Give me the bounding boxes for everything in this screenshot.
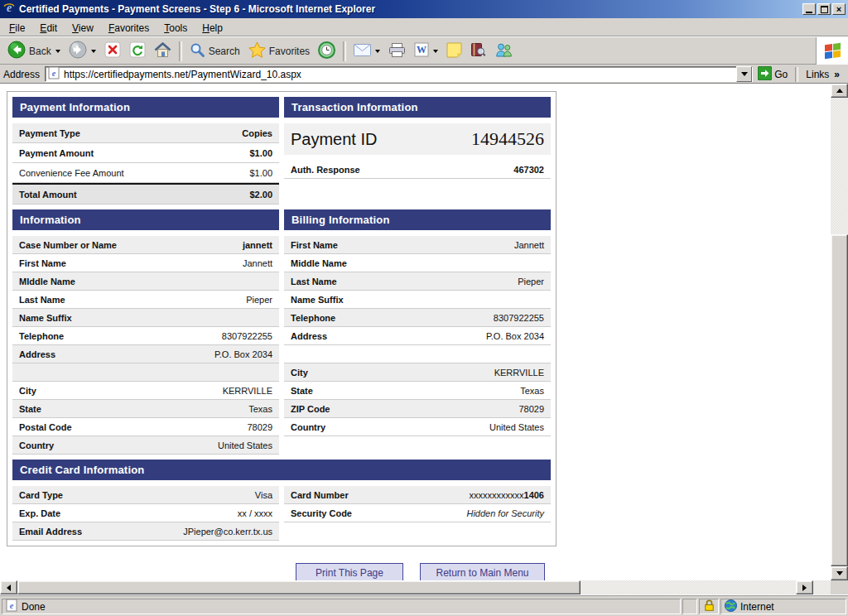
- transaction-information-table: Payment ID14944526Auth. Response467302: [284, 123, 551, 179]
- table-row: [12, 363, 279, 382]
- table-row: Convenience Fee Amount$1.00: [12, 163, 279, 183]
- scroll-down-button[interactable]: [831, 566, 848, 580]
- credit-card-right-table: Card Numberxxxxxxxxxxxx1406Security Code…: [284, 486, 551, 541]
- information-section: Information Case Number or NamejannettFi…: [12, 209, 279, 455]
- windows-flag-icon: [825, 43, 841, 60]
- table-row: Total Amount$2.00: [12, 183, 279, 205]
- horizontal-scrollbar[interactable]: [0, 580, 831, 594]
- transaction-information-header: Transaction Information: [284, 97, 551, 118]
- favorites-label: Favorites: [269, 46, 310, 57]
- toolbar-separator: [179, 41, 182, 61]
- menu-help[interactable]: Help: [195, 20, 230, 36]
- scroll-up-button[interactable]: [831, 84, 848, 98]
- address-dropdown-button[interactable]: [736, 66, 752, 82]
- table-row: Exp. Datexx / xxxx: [12, 504, 279, 522]
- browser-window: e Certified Payments - Payment Screens -…: [0, 0, 848, 616]
- back-icon: [7, 41, 26, 61]
- notes-button[interactable]: [442, 41, 466, 62]
- history-button[interactable]: [314, 40, 340, 63]
- table-row: CityKERRVILLE: [284, 363, 551, 382]
- scroll-left-button[interactable]: [0, 580, 17, 594]
- svg-text:W: W: [417, 44, 426, 55]
- print-button[interactable]: [384, 41, 410, 62]
- address-label: Address: [3, 69, 40, 80]
- stop-button[interactable]: [100, 40, 125, 62]
- vertical-scroll-thumb[interactable]: [831, 234, 848, 566]
- print-this-page-button[interactable]: Print This Page: [296, 563, 403, 580]
- windows-logo-throbber: [816, 37, 848, 65]
- scrollbar-corner: [831, 580, 848, 594]
- table-row: Name Suffix: [284, 291, 551, 309]
- search-icon: [190, 42, 205, 60]
- address-url-text[interactable]: https://certifiedpayments.net/PaymentWiz…: [64, 69, 736, 80]
- table-row: CountryUnited States: [12, 436, 279, 455]
- mail-button[interactable]: [349, 42, 384, 60]
- messenger-button[interactable]: [490, 41, 518, 62]
- table-row: StateTexas: [284, 382, 551, 400]
- restore-button[interactable]: [817, 3, 831, 15]
- information-header: Information: [12, 209, 279, 230]
- menu-edit[interactable]: Edit: [32, 20, 65, 36]
- go-arrow-icon: [758, 66, 772, 83]
- toolbar: Back Search Favorites: [0, 37, 848, 65]
- billing-information-header: Billing Information: [284, 209, 551, 230]
- table-row: Middle Name: [284, 254, 551, 272]
- table-row: ZIP Code78029: [284, 400, 551, 418]
- mail-dropdown-icon[interactable]: [375, 50, 380, 53]
- security-zone-panel: Internet: [720, 599, 846, 614]
- table-row: Name Suffix: [12, 309, 279, 327]
- information-table: Case Number or NamejannettFirst NameJann…: [12, 236, 279, 455]
- page-viewport: Payment Information Payment TypeCopiesPa…: [0, 84, 831, 580]
- receipt-card: Payment Information Payment TypeCopiesPa…: [7, 91, 556, 546]
- table-row: Auth. Response467302: [284, 161, 551, 179]
- address-input[interactable]: e https://certifiedpayments.net/PaymentW…: [45, 66, 753, 82]
- printer-icon: [388, 42, 406, 60]
- menu-tools[interactable]: Tools: [157, 20, 195, 36]
- billing-information-table: First NameJannettMiddle NameLast NamePie…: [284, 236, 551, 436]
- close-button[interactable]: ×: [832, 3, 846, 15]
- table-row: Payment TypeCopies: [12, 123, 279, 143]
- home-button[interactable]: [150, 41, 176, 62]
- menu-view[interactable]: View: [65, 20, 101, 36]
- refresh-button[interactable]: [125, 40, 150, 62]
- return-to-main-menu-button[interactable]: Return to Main Menu: [420, 563, 545, 580]
- table-row: Email AddressJPieper@co.kerr.tx.us: [12, 522, 279, 541]
- vertical-scrollbar[interactable]: [831, 84, 848, 580]
- word-icon: W: [414, 42, 429, 60]
- links-menu[interactable]: Links »: [801, 69, 846, 80]
- menu-file[interactable]: File: [2, 20, 32, 36]
- minimize-button[interactable]: [802, 3, 816, 15]
- search-button[interactable]: Search: [186, 41, 244, 62]
- scroll-right-button[interactable]: [796, 580, 813, 594]
- security-panel: [699, 599, 719, 614]
- search-label: Search: [209, 46, 240, 57]
- table-row: StateTexas: [12, 400, 279, 418]
- stop-icon: [104, 41, 121, 60]
- back-dropdown-icon[interactable]: [55, 50, 60, 53]
- go-button[interactable]: Go: [753, 65, 793, 83]
- research-button[interactable]: [466, 41, 490, 62]
- section-row-1: Payment Information Payment TypeCopiesPa…: [12, 97, 551, 205]
- horizontal-scroll-thumb[interactable]: [17, 580, 581, 594]
- back-button[interactable]: Back: [3, 39, 65, 63]
- links-chevron-icon[interactable]: »: [834, 69, 840, 80]
- payment-information-table: Payment TypeCopiesPayment Amount$1.00Con…: [12, 123, 279, 205]
- table-row: AddressP.O. Box 2034: [12, 345, 279, 363]
- table-row: MIddle Name: [12, 272, 279, 291]
- menu-favorites[interactable]: Favorites: [101, 20, 157, 36]
- sticky-note-icon: [446, 42, 462, 60]
- favorites-button[interactable]: Favorites: [244, 40, 314, 62]
- status-bar: e Done Internet: [0, 594, 848, 616]
- forward-button[interactable]: [65, 39, 100, 63]
- edit-dropdown-icon[interactable]: [433, 50, 438, 53]
- table-row: Postal Code78029: [12, 418, 279, 436]
- favorites-star-icon: [248, 41, 266, 60]
- payment-information-section: Payment Information Payment TypeCopiesPa…: [12, 97, 279, 205]
- history-clock-icon: [318, 41, 335, 61]
- table-row: Telephone8307922255: [284, 309, 551, 327]
- go-label: Go: [774, 69, 788, 80]
- forward-dropdown-icon[interactable]: [91, 50, 96, 53]
- address-bar: Address e https://certifiedpayments.net/…: [0, 65, 848, 84]
- edit-with-word-button[interactable]: W: [410, 41, 442, 61]
- table-row: Last NamePieper: [284, 272, 551, 291]
